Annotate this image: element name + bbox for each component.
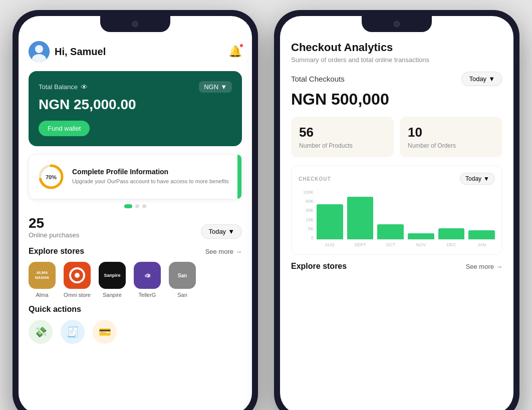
- bar-dec: [438, 228, 465, 239]
- x-label-aug: AUG: [317, 242, 343, 247]
- store-logo-omni: [64, 262, 91, 289]
- see-more-stores-right[interactable]: See more →: [466, 263, 502, 270]
- store-logo-tellerg: ঞ: [134, 262, 161, 289]
- profile-info: Complete Profile Information Upgrade you…: [72, 168, 228, 185]
- store-sanpire[interactable]: Sanpire Sanpire: [99, 262, 126, 298]
- avatar-greeting: Hi, Samuel: [29, 41, 106, 62]
- explore-stores-header-right: Explore stores See more →: [291, 262, 502, 271]
- chart-dropdown-arrow: ▼: [483, 175, 489, 182]
- fund-wallet-button[interactable]: Fund wallet: [39, 121, 90, 136]
- orders-card: 10 Number of Orders: [400, 117, 502, 157]
- action-btn-2[interactable]: 🧾: [61, 320, 85, 344]
- y-label-15k: 15K: [299, 217, 314, 222]
- explore-stores-title: Explore stores: [29, 247, 84, 256]
- y-axis: 100K 60K 30K 15K 5K 0: [299, 190, 314, 242]
- store-name-omni: Omni store: [64, 292, 91, 298]
- balance-card: Total Balance 👁 NGN ▼ NGN 25,000.00 Fund…: [29, 71, 242, 146]
- store-tellerg[interactable]: ঞ TellerG: [134, 262, 161, 298]
- x-label-dec: DEC: [438, 242, 465, 247]
- progress-ring: 70%: [37, 163, 65, 191]
- analytics-subtitle: Summary of orders and total online trans…: [291, 56, 502, 64]
- profile-accent: [237, 155, 241, 199]
- analytics-title: Checkout Analytics: [291, 41, 502, 54]
- y-label-0: 0: [299, 235, 314, 240]
- chart-header: CHECKOUT Today ▼: [299, 173, 495, 185]
- bar-dec-fill: [438, 228, 465, 239]
- x-label-jan: JAN: [468, 242, 495, 247]
- chart-label: CHECKOUT: [299, 176, 331, 182]
- bar-oct: [377, 224, 404, 239]
- bar-aug-fill: [317, 204, 343, 239]
- store-alma[interactable]: ALMANASHA Alma: [29, 262, 56, 298]
- balance-amount: NGN 25,000.00: [39, 97, 232, 113]
- total-amount: NGN 500,000: [291, 90, 502, 109]
- quick-actions-row: 💸 🧾 💳: [29, 320, 242, 344]
- store-logo-san: San: [169, 262, 196, 289]
- store-name-san: San: [177, 292, 187, 298]
- stats-cards: 56 Number of Products 10 Number of Order…: [291, 117, 502, 157]
- y-label-30k: 30K: [299, 208, 314, 213]
- left-phone: Hi, Samuel 🔔 Total Balance 👁 NGN ▼: [13, 10, 258, 410]
- bars-section: AUG SEPT OCT NOV DEC JAN: [317, 190, 495, 247]
- bar-nov-fill: [408, 233, 434, 239]
- store-san[interactable]: San San: [169, 262, 196, 298]
- header: Hi, Samuel 🔔: [29, 41, 242, 62]
- see-more-stores[interactable]: See more →: [205, 248, 242, 255]
- camera-right: [394, 21, 400, 27]
- store-name-sanpire: Sanpire: [103, 292, 122, 298]
- products-number: 56: [299, 125, 386, 140]
- bar-jan: [468, 230, 495, 239]
- carousel-dots: [29, 204, 242, 208]
- dot-2[interactable]: [142, 204, 146, 208]
- bars-area: [317, 190, 495, 240]
- chart-filter-button[interactable]: Today ▼: [460, 173, 495, 185]
- checkouts-label: Total Checkouts: [291, 75, 345, 83]
- bar-nov: [408, 233, 434, 239]
- bar-sept: [347, 197, 374, 239]
- profile-card-subtitle: Upgrade your OurPass account to have acc…: [72, 178, 228, 185]
- stores-row: ALMANASHA Alma Omni store Sanpir: [29, 262, 242, 298]
- balance-label: Total Balance 👁: [39, 83, 88, 91]
- bell-icon[interactable]: 🔔: [228, 45, 242, 58]
- purchases-label: Online purchases: [29, 231, 79, 239]
- x-labels: AUG SEPT OCT NOV DEC JAN: [317, 242, 495, 247]
- bar-jan-fill: [468, 230, 495, 239]
- orders-number: 10: [408, 125, 494, 140]
- notch: [100, 16, 170, 32]
- y-label-5k: 5K: [299, 226, 314, 231]
- dot-active[interactable]: [124, 204, 132, 208]
- store-logo-alma: ALMANASHA: [29, 262, 56, 289]
- purchases-stat: 25 Online purchases: [29, 215, 79, 239]
- action-btn-1[interactable]: 💸: [29, 320, 53, 344]
- today-filter-button[interactable]: Today ▼: [201, 224, 242, 239]
- products-label: Number of Products: [299, 142, 386, 149]
- dropdown-arrow: ▼: [220, 83, 227, 91]
- eye-icon[interactable]: 👁: [81, 83, 88, 91]
- profile-card[interactable]: 70% Complete Profile Information Upgrade…: [29, 154, 242, 199]
- action-btn-3[interactable]: 💳: [93, 320, 117, 344]
- bar-oct-fill: [377, 224, 404, 239]
- currency-selector[interactable]: NGN ▼: [199, 81, 232, 93]
- x-label-oct: OCT: [377, 242, 404, 247]
- dot-1[interactable]: [135, 204, 139, 208]
- explore-stores-header: Explore stores See more →: [29, 247, 242, 256]
- store-omni[interactable]: Omni store: [64, 262, 91, 298]
- camera: [132, 21, 138, 27]
- notch-right: [362, 16, 432, 32]
- bar-aug: [317, 204, 343, 239]
- greeting-text: Hi, Samuel: [55, 46, 106, 58]
- purchases-number: 25: [29, 215, 79, 231]
- dropdown-arrow-right: ▼: [488, 75, 495, 83]
- svg-text:70%: 70%: [46, 174, 57, 180]
- store-name-alma: Alma: [36, 292, 48, 298]
- dropdown-arrow-icon: ▼: [228, 228, 234, 235]
- stats-row: 25 Online purchases Today ▼: [29, 215, 242, 239]
- profile-card-title: Complete Profile Information: [72, 168, 228, 176]
- checkouts-filter-button[interactable]: Today ▼: [461, 72, 502, 86]
- store-name-tellerg: TellerG: [139, 292, 156, 298]
- notification-badge: [239, 43, 244, 48]
- right-phone: Checkout Analytics Summary of orders and…: [274, 10, 519, 410]
- bar-sept-fill: [347, 197, 374, 239]
- svg-point-7: [75, 273, 80, 278]
- svg-point-1: [35, 45, 43, 53]
